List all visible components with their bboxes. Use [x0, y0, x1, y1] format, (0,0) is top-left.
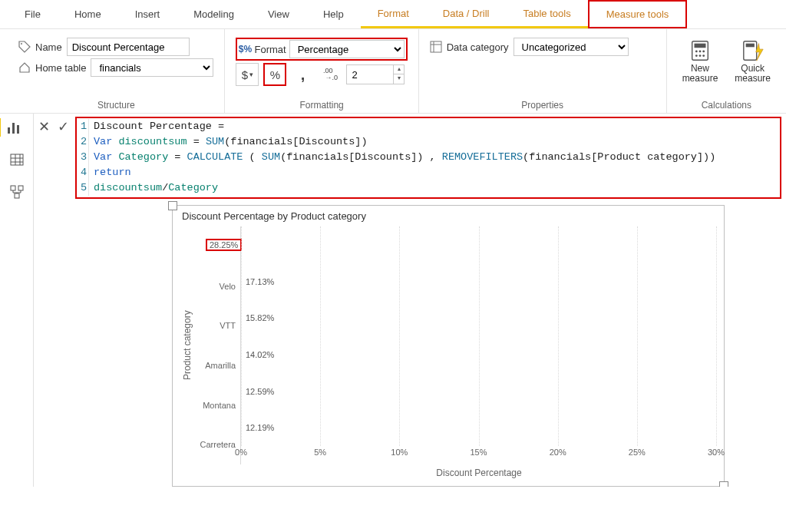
- bar-row: 12.19%: [241, 415, 274, 440]
- svg-point-9: [702, 55, 705, 57]
- svg-rect-15: [11, 154, 23, 165]
- menu-tab-modeling[interactable]: Modeling: [177, 0, 251, 28]
- group-label-formatting: Formatting: [236, 97, 407, 113]
- ribbon-group-structure: Name Home table financials Structure: [8, 29, 225, 113]
- new-measure-button[interactable]: New measure: [678, 38, 723, 85]
- thousands-sep-button[interactable]: ,: [291, 63, 314, 86]
- menu-tab-help[interactable]: Help: [306, 0, 361, 28]
- calculator-lightning-icon: [741, 39, 765, 62]
- home-table-select[interactable]: financials: [91, 58, 213, 77]
- x-tick-label: 0%: [235, 448, 247, 457]
- ribbon-group-formatting: $% Format Percentage $▾ % , .00 →.0 ▴: [225, 29, 418, 113]
- y-tick-label: Montana: [194, 385, 240, 425]
- spin-up[interactable]: ▴: [393, 65, 404, 74]
- y-tick-label: Amarilla: [194, 345, 240, 385]
- svg-rect-13: [12, 123, 15, 134]
- y-tick-label: Carretera: [194, 425, 240, 464]
- ribbon-group-calculations: New measure Quick measure Calculations: [667, 29, 786, 113]
- report-view-button[interactable]: [0, 118, 25, 137]
- bar-row: 15.82%: [241, 306, 274, 330]
- formula-bar: ✕ ✓ 12345 Discount Percentage =Var disco…: [34, 114, 786, 202]
- decimals-stepper[interactable]: ▴ ▾: [346, 64, 405, 84]
- data-label: 14.02%: [246, 350, 274, 359]
- model-view-button[interactable]: [8, 183, 26, 201]
- menu-tab-data-drill[interactable]: Data / Drill: [426, 0, 507, 28]
- y-axis-title: Product category: [180, 226, 194, 464]
- svg-rect-11: [745, 44, 754, 48]
- bar-row: 17.13%: [241, 269, 274, 294]
- svg-point-6: [702, 51, 705, 53]
- x-axis-title: Discount Percentage: [242, 468, 716, 478]
- group-label-structure: Structure: [18, 97, 213, 113]
- chart-title: Discount Percentage by Product category: [182, 210, 716, 222]
- formula-editor[interactable]: 12345 Discount Percentage =Var discounts…: [75, 117, 781, 199]
- x-tick-label: 10%: [391, 448, 408, 457]
- calculator-icon: [689, 39, 712, 62]
- format-icon: $%: [239, 44, 251, 55]
- menu-tabs: FileHomeInsertModelingViewHelpFormatData…: [0, 0, 786, 29]
- y-tick-label: Velo: [194, 266, 240, 306]
- currency-button[interactable]: $▾: [236, 63, 259, 86]
- bar-row: 14.02%: [241, 342, 274, 367]
- data-label: 17.13%: [246, 277, 274, 286]
- chart-visual[interactable]: Discount Percentage by Product category …: [172, 205, 725, 487]
- group-label-properties: Properties: [430, 97, 656, 113]
- svg-rect-16: [11, 186, 15, 190]
- bar-row: 12.59%: [241, 379, 274, 404]
- menu-tab-insert[interactable]: Insert: [118, 0, 177, 28]
- spin-down[interactable]: ▾: [393, 74, 404, 84]
- svg-point-7: [695, 55, 698, 57]
- svg-point-5: [699, 51, 702, 53]
- group-label-calculations: Calculations: [678, 97, 775, 113]
- x-tick-label: 5%: [314, 448, 326, 457]
- menu-tab-table-tools[interactable]: Table tools: [506, 0, 587, 28]
- home-table-label: Home table: [35, 62, 86, 74]
- menu-tab-view[interactable]: View: [251, 0, 306, 28]
- x-tick-label: 15%: [470, 448, 487, 457]
- format-select[interactable]: Percentage: [289, 40, 405, 58]
- bar-chart-icon: [6, 120, 21, 135]
- name-label: Name: [35, 41, 62, 53]
- commit-formula-button[interactable]: ✓: [58, 118, 69, 199]
- chart-plot-area: 28.25%17.13%15.82%14.02%12.59%12.19% 0%5…: [240, 226, 716, 464]
- svg-point-0: [21, 43, 22, 45]
- bar-row: 28.25%: [241, 233, 282, 257]
- x-tick-label: 20%: [550, 448, 566, 457]
- name-input[interactable]: [67, 38, 190, 56]
- model-icon: [9, 184, 25, 200]
- view-rail: [0, 114, 34, 487]
- data-category-select[interactable]: Uncategorized: [514, 38, 629, 56]
- quick-measure-button[interactable]: Quick measure: [730, 38, 775, 85]
- data-label: 12.59%: [246, 387, 274, 396]
- svg-rect-14: [17, 125, 19, 134]
- data-label: 15.82%: [246, 313, 274, 322]
- svg-rect-17: [18, 186, 23, 190]
- decimal-places-icon[interactable]: .00 →.0: [319, 63, 342, 86]
- table-icon: [9, 152, 25, 167]
- cancel-formula-button[interactable]: ✕: [38, 118, 50, 199]
- data-label: 12.19%: [246, 423, 274, 432]
- y-tick-label: VTT: [194, 306, 240, 345]
- data-view-button[interactable]: [8, 150, 26, 169]
- svg-point-8: [699, 55, 702, 57]
- svg-rect-3: [694, 44, 705, 48]
- percent-button[interactable]: %: [263, 63, 286, 86]
- home-icon: [18, 62, 31, 73]
- x-tick-label: 30%: [708, 448, 725, 457]
- format-label: Format: [254, 44, 286, 55]
- menu-tab-file[interactable]: File: [8, 0, 58, 28]
- svg-point-4: [695, 51, 698, 53]
- svg-rect-12: [8, 127, 10, 134]
- menu-tab-format[interactable]: Format: [361, 0, 426, 28]
- data-category-label: Data category: [447, 41, 509, 53]
- x-axis: 0%5%10%15%20%25%30%: [241, 446, 716, 464]
- svg-rect-1: [431, 41, 441, 52]
- tag-icon: [18, 41, 31, 52]
- decimals-input[interactable]: [347, 68, 393, 82]
- y-axis-labels: PaseoVeloVTTAmarillaMontanaCarretera: [194, 226, 240, 464]
- menu-tab-measure-tools[interactable]: Measure tools: [588, 0, 688, 28]
- menu-tab-home[interactable]: Home: [58, 0, 118, 28]
- ribbon-group-properties: Data category Uncategorized Properties: [419, 29, 667, 113]
- x-tick-label: 25%: [629, 448, 646, 457]
- svg-rect-18: [15, 193, 19, 198]
